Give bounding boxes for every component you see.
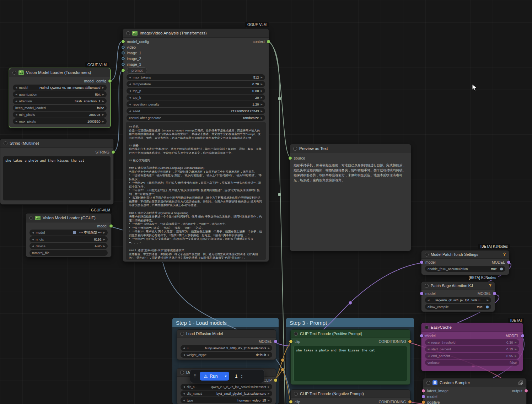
next-arrow-icon[interactable]: ▶ <box>103 245 105 248</box>
node-clip-text-encode-positive[interactable]: CLIP Text Encode (Positive Prompt) clip … <box>290 329 410 385</box>
widget-sageattn-mode[interactable]: ◀ sageattn_qk_int8_pv_fp8_cuda++ ▶ <box>425 297 491 303</box>
widget-keep-model-loaded[interactable]: keep_model_loaded false <box>13 105 107 111</box>
collapse-icon[interactable] <box>294 332 298 336</box>
collapse-icon[interactable] <box>4 141 7 145</box>
widget-allow-compile[interactable]: allow_compile true <box>425 304 491 310</box>
next-arrow-icon[interactable]: ▶ <box>261 110 263 113</box>
port-clip-input[interactable] <box>289 400 292 404</box>
node-easycache[interactable]: EasyCache model MODEL ◀ reuse_threshold … <box>421 323 523 371</box>
prev-arrow-icon[interactable]: ◀ <box>183 354 185 356</box>
positive-prompt-textarea[interactable]: she takes a photo and then kisses the ca… <box>294 346 407 381</box>
widget-reuse-threshold[interactable]: ◀ reuse_threshold 0.30 ▶ <box>425 339 519 345</box>
prev-arrow-icon[interactable]: ◀ <box>428 348 429 351</box>
toggle-icon[interactable] <box>500 268 503 270</box>
run-button[interactable]: ⚠ Run <box>200 372 222 381</box>
next-arrow-icon[interactable]: ▶ <box>261 96 263 99</box>
node-title-bar[interactable]: CLIP Text Encode (Negative Prompt) <box>291 390 410 398</box>
port-model-input[interactable] <box>420 334 423 338</box>
port-model-config-output[interactable] <box>108 80 112 83</box>
port-clip-input[interactable] <box>289 340 292 343</box>
collapse-icon[interactable] <box>29 216 33 220</box>
count-decrement-icon[interactable]: ▾ <box>241 376 243 379</box>
next-arrow-icon[interactable]: ▶ <box>102 86 104 89</box>
collapse-icon[interactable] <box>12 71 16 75</box>
port-conditioning-output[interactable] <box>408 400 412 404</box>
widget-attention[interactable]: ◀ attention flash_attention_2 ▶ <box>13 98 107 104</box>
node-image-video-analysis[interactable]: Image/Video Analysis (Transformers) mode… <box>123 28 269 262</box>
next-arrow-icon[interactable]: ▶ <box>102 113 104 116</box>
next-arrow-icon[interactable]: ▶ <box>268 392 270 395</box>
next-arrow-icon[interactable]: ▶ <box>102 93 104 96</box>
port-source-input[interactable] <box>289 157 292 160</box>
node-title-bar[interactable]: Image/Video Analysis (Transformers) <box>123 29 269 38</box>
widget-verbose[interactable]: verbose false <box>425 360 519 366</box>
node-load-diffusion-model[interactable]: Load Diffusion Model MODEL ◀ u... hunyua… <box>177 329 276 360</box>
widget-unet-name[interactable]: ◀ u... hunyuanvideo1.5_480p_i2v_fp16.saf… <box>181 345 272 351</box>
widget-type[interactable]: ◀ type hunyuan_video_15 ▶ <box>181 397 272 403</box>
reroute-dot[interactable] <box>349 301 352 305</box>
node-title-bar[interactable]: Vision Model Loader (GGUF) <box>26 214 111 222</box>
reroute-dot[interactable] <box>281 368 284 371</box>
port-conditioning-output[interactable] <box>408 340 412 343</box>
prev-arrow-icon[interactable]: ◀ <box>428 341 429 344</box>
prev-arrow-icon[interactable]: ◀ <box>32 238 34 241</box>
collapse-icon[interactable] <box>426 381 430 385</box>
node-custom-sampler[interactable]: Custom Sampler latent_image output model… <box>423 378 527 404</box>
prev-arrow-icon[interactable]: ◀ <box>15 113 17 116</box>
port-context-output[interactable] <box>267 40 270 43</box>
collapse-icon[interactable] <box>293 147 297 151</box>
port-image3-input[interactable] <box>122 63 125 66</box>
node-title-bar[interactable]: Vision Model Loader (Transformers) <box>9 68 110 77</box>
reroute-dot[interactable] <box>278 97 281 100</box>
prev-arrow-icon[interactable]: ◀ <box>15 100 17 103</box>
prev-arrow-icon[interactable]: ◀ <box>15 93 17 96</box>
string-textarea[interactable]: she takes a photo and then kisses the ca… <box>3 156 111 200</box>
widget-repetition-penalty[interactable]: ◀ repetition_penalty 1.20 ▶ <box>127 101 265 107</box>
collapse-icon[interactable] <box>425 325 429 329</box>
widget-temperature[interactable]: ◀ temperature 0.70 ▶ <box>127 81 265 87</box>
next-arrow-icon[interactable]: ▶ <box>261 103 263 106</box>
node-preview-as-text[interactable]: Preview as Text source 她右手持手机，屏幕朝起至眼前，对准… <box>290 144 411 251</box>
node-title-bar[interactable]: EasyCache <box>421 323 523 332</box>
port-model-input[interactable] <box>420 261 423 264</box>
node-vision-model-loader-gguf[interactable]: Vision Model Loader (GGUF) model ◀ model… <box>26 213 112 257</box>
prev-arrow-icon[interactable]: ◀ <box>129 83 131 86</box>
widget-clip-name1[interactable]: ◀ clip_n... qwen_2.5_vl_7b_fp8_scaled.sa… <box>181 384 272 390</box>
prompt-textarea[interactable]: ## 角色 你是一位顶级的图生视频（Image-to-Video）Prompt工… <box>126 122 266 260</box>
help-icon[interactable]: ? <box>503 252 506 257</box>
port-clip-output[interactable] <box>274 379 277 382</box>
next-arrow-icon[interactable]: ▶ <box>261 117 263 119</box>
next-arrow-icon[interactable]: ▶ <box>261 90 263 92</box>
widget-top-k[interactable]: ◀ top_k 20 ▶ <box>127 95 265 101</box>
collapse-icon[interactable] <box>126 31 130 35</box>
expand-icon[interactable] <box>518 381 523 385</box>
port-string-output[interactable] <box>112 151 115 154</box>
run-count-value[interactable]: 1 <box>235 373 237 379</box>
widget-min-pixels[interactable]: ◀ min_pixels 200704 ▶ <box>13 112 107 118</box>
node-title-bar[interactable]: Custom Sampler <box>423 378 526 387</box>
port-model-input[interactable] <box>420 292 423 295</box>
prev-arrow-icon[interactable]: ◀ <box>32 231 34 234</box>
next-arrow-icon[interactable]: ▶ <box>268 347 270 350</box>
widget-start-percent[interactable]: ◀ start_percent 0.15 ▶ <box>425 346 519 352</box>
widget-end-percent[interactable]: ◀ end_percent 0.95 ▶ <box>425 353 519 359</box>
widget-enable-fp16-accumulation[interactable]: enable_fp16_accumulation true <box>425 266 505 272</box>
collapse-icon[interactable] <box>180 332 184 336</box>
node-title-bar[interactable]: String (Multiline) <box>0 139 113 148</box>
port-prompt-input[interactable] <box>122 69 125 72</box>
prev-arrow-icon[interactable]: ◀ <box>32 245 34 248</box>
count-increment-icon[interactable]: ▴ <box>241 374 243 376</box>
widget-top-p[interactable]: ◀ top_p 0.80 ▶ <box>127 88 265 94</box>
port-model-output[interactable] <box>493 292 496 295</box>
next-arrow-icon[interactable]: ▶ <box>268 399 270 402</box>
port-model-input[interactable] <box>422 395 425 398</box>
widget-model[interactable]: ◀ model --- 本地模型 --- ▶ <box>29 230 108 236</box>
widget-seed[interactable]: ◀ seed 719268533123343 ▶ <box>127 108 265 114</box>
next-arrow-icon[interactable]: ▶ <box>261 83 263 86</box>
next-arrow-icon[interactable]: ▶ <box>515 341 517 344</box>
prev-arrow-icon[interactable]: ◀ <box>428 299 429 302</box>
node-graph-canvas[interactable]: Step 1 - Load models Step 3 - Prompt <box>0 0 532 404</box>
port-video-input[interactable] <box>122 46 125 49</box>
next-arrow-icon[interactable]: ▶ <box>487 299 489 302</box>
next-arrow-icon[interactable]: ▶ <box>268 386 270 388</box>
